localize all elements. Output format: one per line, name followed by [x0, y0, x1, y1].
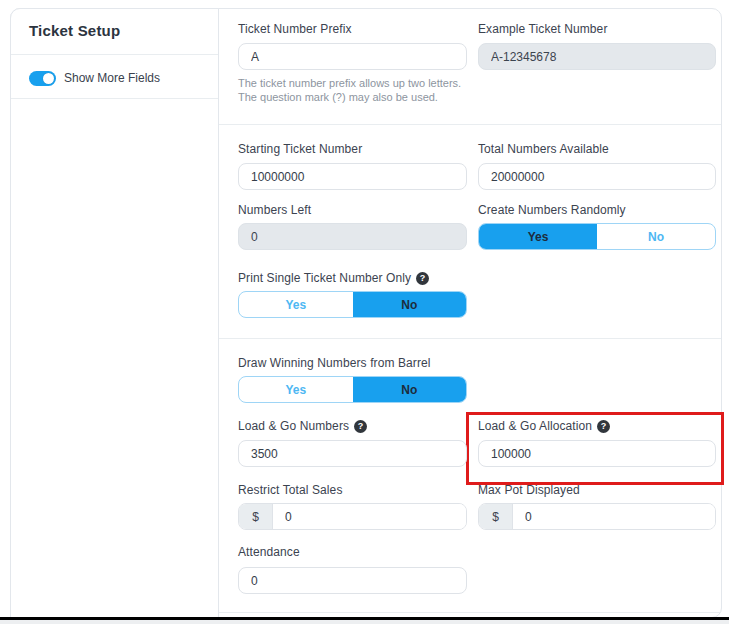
divider — [219, 338, 721, 339]
help-icon[interactable]: ? — [597, 420, 610, 433]
ticket-setup-form: Ticket Number Prefix The ticket number p… — [219, 8, 722, 618]
create-numbers-randomly-yes-button[interactable]: Yes — [479, 224, 597, 249]
create-numbers-randomly-label: Create Numbers Randomly — [478, 203, 716, 217]
create-numbers-randomly-toggle: Yes No — [478, 223, 716, 250]
ticket-setup-page: Ticket Setup Show More Fields Ticket Num… — [0, 0, 729, 624]
starting-ticket-number-label: Starting Ticket Number — [238, 142, 467, 156]
max-pot-displayed-input[interactable] — [513, 504, 715, 529]
print-single-ticket-no-button[interactable]: No — [353, 292, 467, 317]
restrict-total-sales-group: $ — [238, 503, 467, 530]
draw-from-barrel-yes-button[interactable]: Yes — [239, 377, 353, 402]
divider — [11, 98, 218, 99]
divider — [11, 54, 218, 55]
screenshot-cutoff-area — [0, 620, 729, 624]
load-go-allocation-label: Load & Go Allocation ? — [478, 419, 716, 433]
print-single-ticket-yes-button[interactable]: Yes — [239, 292, 353, 317]
example-ticket-number-label: Example Ticket Number — [478, 22, 716, 36]
page-title: Ticket Setup — [29, 22, 120, 39]
sidebar: Ticket Setup Show More Fields — [10, 8, 219, 618]
print-single-ticket-label: Print Single Ticket Number Only ? — [238, 271, 467, 285]
draw-from-barrel-label: Draw Winning Numbers from Barrel — [238, 356, 467, 370]
restrict-total-sales-input[interactable] — [273, 504, 466, 529]
total-numbers-available-input[interactable] — [478, 163, 716, 190]
help-icon[interactable]: ? — [416, 272, 429, 285]
max-pot-displayed-label: Max Pot Displayed — [478, 483, 716, 497]
currency-addon: $ — [479, 504, 513, 529]
divider — [219, 124, 721, 125]
example-ticket-number-input — [478, 43, 716, 70]
attendance-label: Attendance — [238, 545, 467, 559]
print-single-ticket-toggle: Yes No — [238, 291, 467, 318]
load-go-numbers-label: Load & Go Numbers ? — [238, 419, 467, 433]
load-go-allocation-input[interactable] — [478, 440, 716, 467]
create-numbers-randomly-no-button[interactable]: No — [597, 224, 715, 249]
toggle-knob — [43, 73, 54, 84]
ticket-prefix-help-line1: The ticket number prefix allows up two l… — [238, 77, 467, 89]
restrict-total-sales-label: Restrict Total Sales — [238, 483, 467, 497]
max-pot-displayed-group: $ — [478, 503, 716, 530]
total-numbers-available-label: Total Numbers Available — [478, 142, 716, 156]
numbers-left-label: Numbers Left — [238, 203, 467, 217]
ticket-prefix-label: Ticket Number Prefix — [238, 22, 467, 36]
ticket-prefix-help-line2: The question mark (?) may also be used. — [238, 91, 467, 103]
help-icon[interactable]: ? — [354, 420, 367, 433]
show-more-fields-label: Show More Fields — [64, 71, 160, 85]
divider — [219, 612, 721, 613]
draw-from-barrel-toggle: Yes No — [238, 376, 467, 403]
currency-addon: $ — [239, 504, 273, 529]
attendance-input[interactable] — [238, 567, 467, 594]
ticket-prefix-input[interactable] — [238, 43, 467, 70]
load-go-numbers-input[interactable] — [238, 440, 467, 467]
draw-from-barrel-no-button[interactable]: No — [353, 377, 467, 402]
show-more-fields-toggle[interactable] — [29, 71, 56, 86]
starting-ticket-number-input[interactable] — [238, 163, 467, 190]
show-more-fields-row: Show More Fields — [29, 70, 160, 86]
numbers-left-input — [238, 223, 467, 250]
